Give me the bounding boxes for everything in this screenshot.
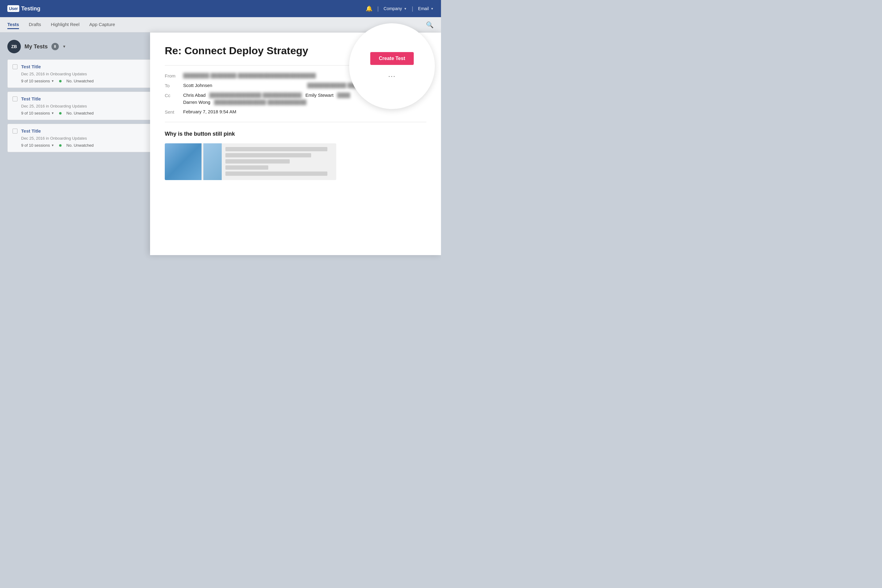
- more-options-icon[interactable]: ···: [388, 72, 396, 80]
- main-content: ZB My Tests 8 ▼ Test Title Dec 25, 2016 …: [0, 33, 441, 163]
- test-checkbox[interactable]: [12, 129, 18, 134]
- to-label: To: [165, 82, 178, 88]
- my-tests-label: My Tests: [24, 44, 48, 50]
- status-dot-icon: [59, 144, 62, 147]
- sent-value: February 7, 2018 9:54 AM: [183, 109, 426, 114]
- tab-tests[interactable]: Tests: [8, 21, 19, 29]
- cc-label: Cc: [165, 93, 178, 98]
- sessions-text: 9 of 10 sessions: [21, 143, 50, 148]
- status-text: No. Unwatched: [66, 143, 94, 148]
- email-body-text: Why is the button still pink: [165, 131, 426, 137]
- gray-block: [225, 165, 268, 170]
- cc-recipient-2-name: Emily Stewart: [305, 93, 333, 98]
- nav-divider-1: |: [377, 6, 379, 12]
- company-menu[interactable]: Company ▼: [384, 6, 407, 11]
- sessions-dropdown-icon[interactable]: ▼: [51, 111, 54, 115]
- test-card-bottom: 9 of 10 sessions ▼ No. Unwatched: [21, 111, 152, 116]
- gray-block: [225, 171, 327, 176]
- gray-block: [225, 147, 327, 151]
- sessions-info[interactable]: 9 of 10 sessions ▼: [21, 111, 54, 116]
- tab-highlight-reel[interactable]: Highlight Reel: [51, 21, 80, 29]
- test-title[interactable]: Test Title: [21, 128, 41, 134]
- logo-area: User Testing: [8, 5, 40, 12]
- sessions-info[interactable]: 9 of 10 sessions ▼: [21, 143, 54, 148]
- sessions-dropdown-icon[interactable]: ▼: [51, 80, 54, 82]
- top-nav-right: 🔔 | Company ▼ | Email ▼: [366, 5, 434, 12]
- create-test-button[interactable]: Create Test: [370, 52, 414, 65]
- test-meta: Dec 25, 2016 in Onboarding Updates: [21, 72, 152, 76]
- test-card: Test Title Dec 25, 2016 in Onboarding Up…: [8, 59, 158, 88]
- test-card-title-row: Test Title: [12, 128, 152, 134]
- create-test-overlay: Create Test ···: [349, 23, 435, 109]
- test-meta: Dec 25, 2016 in Onboarding Updates: [21, 136, 152, 141]
- image-blue-block-left: [165, 143, 201, 180]
- email-divider-bottom: [165, 122, 426, 122]
- image-gray-blocks: [222, 143, 336, 180]
- test-checkbox[interactable]: [12, 64, 18, 69]
- sessions-text: 9 of 10 sessions: [21, 111, 50, 116]
- test-title[interactable]: Test Title: [21, 96, 41, 101]
- company-chevron-icon: ▼: [404, 7, 407, 10]
- logo-box: User: [8, 5, 19, 12]
- image-blue-block-right: [203, 143, 222, 180]
- email-sent-row: Sent February 7, 2018 9:54 AM: [165, 109, 426, 114]
- sessions-text: 9 of 10 sessions: [21, 79, 50, 83]
- status-dot-icon: [59, 112, 62, 114]
- avatar: ZB: [8, 40, 21, 53]
- email-chevron-icon: ▼: [430, 7, 434, 10]
- sessions-info[interactable]: 9 of 10 sessions ▼: [21, 79, 54, 83]
- status-text: No. Unwatched: [66, 111, 94, 116]
- nav-divider-2: |: [412, 6, 413, 12]
- sent-label: Sent: [165, 109, 178, 114]
- from-label: From: [165, 73, 178, 78]
- tab-app-capture[interactable]: App Capture: [89, 21, 115, 29]
- gray-block: [225, 153, 311, 158]
- test-checkbox[interactable]: [12, 96, 18, 101]
- notification-bell-icon[interactable]: 🔔: [366, 5, 372, 12]
- cc-recipient-2-email: ████: [337, 93, 356, 98]
- logo-text: Testing: [21, 6, 40, 12]
- test-title[interactable]: Test Title: [21, 64, 41, 69]
- email-menu[interactable]: Email ▼: [418, 6, 434, 11]
- cc-recipient-3-email: ████████████████ ████████████: [214, 99, 306, 105]
- cc-recipient-3-name: Darren Wong: [183, 99, 210, 105]
- search-icon[interactable]: 🔍: [426, 21, 434, 28]
- test-card: Test Title Dec 25, 2016 in Onboarding Up…: [8, 124, 158, 152]
- gray-block: [225, 159, 290, 164]
- to-value: Scott Johnsen: [183, 82, 302, 88]
- top-navigation: User Testing 🔔 | Company ▼ | Email ▼: [0, 0, 441, 17]
- test-card-title-row: Test Title: [12, 96, 152, 101]
- company-label: Company: [384, 6, 402, 11]
- test-card-title-row: Test Title: [12, 64, 152, 69]
- sessions-dropdown-icon[interactable]: ▼: [51, 144, 54, 147]
- tests-count-badge: 8: [51, 43, 59, 50]
- status-dot-icon: [59, 80, 62, 82]
- status-text: No. Unwatched: [66, 79, 94, 83]
- test-meta: Dec 25, 2016 in Onboarding Updates: [21, 104, 152, 108]
- test-card-bottom: 9 of 10 sessions ▼ No. Unwatched: [21, 143, 152, 148]
- email-label: Email: [418, 6, 429, 11]
- cc-recipient-1-email: ████████████████ ████████████: [209, 93, 302, 98]
- email-image-attachment: [165, 143, 336, 180]
- logo[interactable]: User Testing: [8, 5, 40, 12]
- test-card-bottom: 9 of 10 sessions ▼ No. Unwatched: [21, 79, 152, 83]
- cc-recipient-1-name: Chris Abad: [183, 93, 206, 98]
- my-tests-dropdown-icon[interactable]: ▼: [63, 44, 66, 49]
- tab-drafts[interactable]: Drafts: [29, 21, 41, 29]
- test-card: Test Title Dec 25, 2016 in Onboarding Up…: [8, 92, 158, 120]
